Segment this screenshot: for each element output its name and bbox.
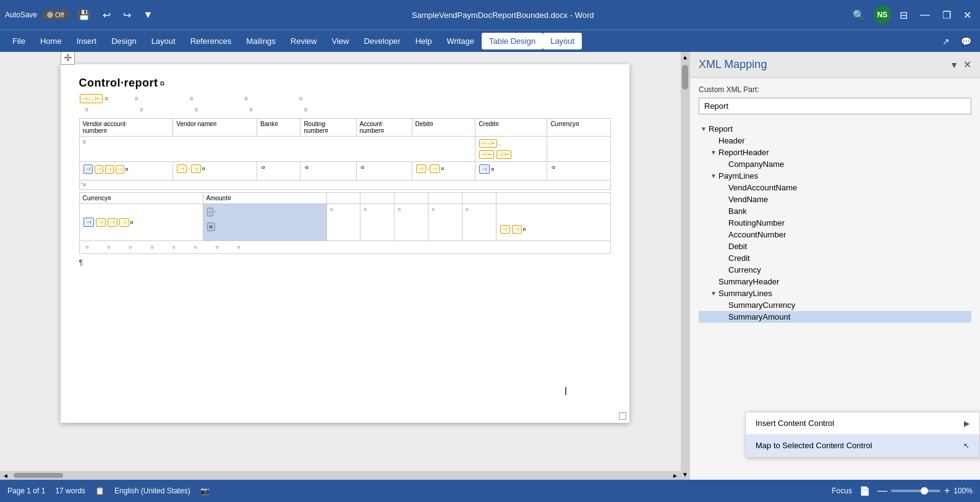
tree-expand-report[interactable]: ▼ xyxy=(699,126,709,132)
tree-node-header[interactable]: Header xyxy=(699,135,971,147)
move-handle[interactable]: ✛ xyxy=(61,52,75,65)
cc-credit-3[interactable]: ⊣⊢ xyxy=(496,150,511,159)
redo-button[interactable]: ↪ xyxy=(119,7,135,23)
tree-expand-paymlines[interactable]: ▼ xyxy=(709,172,718,179)
col-empty-3 xyxy=(326,193,360,204)
minimize-button[interactable]: — xyxy=(916,7,934,23)
status-track-changes-icon[interactable]: 📷 xyxy=(200,487,210,495)
cc-debit-2[interactable]: ⊣ xyxy=(430,164,440,173)
status-zoom-controls[interactable]: — + 100% xyxy=(877,485,973,496)
customize-qat-button[interactable]: ▼ xyxy=(140,7,157,23)
menu-item-help[interactable]: Help xyxy=(408,33,440,49)
menu-item-developer[interactable]: Developer xyxy=(356,33,407,49)
tree-node-bank[interactable]: Bank xyxy=(699,205,971,217)
tree-expand-summarylines[interactable]: ▼ xyxy=(709,290,718,297)
status-focus-button[interactable]: Focus xyxy=(832,487,852,495)
tree-node-companyname[interactable]: CompanyName xyxy=(699,158,971,170)
tree-node-accountnumber[interactable]: AccountNumber xyxy=(699,229,971,240)
cc-vend-1[interactable]: ⊣ xyxy=(83,164,93,174)
tree-node-summaryheader[interactable]: SummaryHeader xyxy=(699,276,971,287)
xml-panel-pin-button[interactable]: ▼ xyxy=(950,60,958,70)
scroll-left-arrow[interactable]: ◄ xyxy=(0,471,11,480)
menu-item-layout-table[interactable]: Layout xyxy=(543,33,582,49)
scrollbar-horizontal[interactable]: ◄ ► xyxy=(0,471,681,480)
share-button[interactable]: ↗ xyxy=(939,34,953,49)
cc-vname-2[interactable]: ⊣ xyxy=(191,164,201,173)
tree-node-debit[interactable]: Debit xyxy=(699,240,971,252)
menu-item-table-design[interactable]: Table Design xyxy=(482,33,543,49)
zoom-thumb[interactable] xyxy=(921,487,928,495)
cc-vend-3[interactable]: ⊣ xyxy=(105,165,114,174)
ribbon-display-button[interactable]: ⊟ xyxy=(896,7,911,23)
search-button[interactable]: 🔍 xyxy=(849,7,869,23)
status-proofing-icon[interactable]: 📋 xyxy=(95,487,104,495)
xml-panel-close-button[interactable]: ✕ xyxy=(963,59,971,70)
scroll-hthumb[interactable] xyxy=(14,473,63,478)
xml-mapping-panel: XML Mapping ▼ ✕ Custom XML Part: Report … xyxy=(689,52,980,480)
zoom-slider[interactable] xyxy=(891,490,940,492)
summary-row-amount[interactable]: · . ¤ xyxy=(203,204,326,241)
menu-item-layout[interactable]: Layout xyxy=(144,33,183,49)
scroll-up-arrow[interactable]: ▲ xyxy=(680,52,689,62)
status-language[interactable]: English (United States) xyxy=(114,487,190,495)
status-page-info[interactable]: Page 1 of 1 xyxy=(7,487,45,495)
menu-item-file[interactable]: File xyxy=(5,33,33,49)
cc-amount-1[interactable]: · xyxy=(207,208,214,216)
comments-button[interactable]: 💬 xyxy=(957,34,975,49)
scroll-down-arrow[interactable]: ▼ xyxy=(680,469,689,480)
cc-debit-1[interactable]: ⊣ xyxy=(416,164,426,173)
cc-credit-blue[interactable]: ⊣ xyxy=(479,164,490,174)
cc-credit-2[interactable]: ⊣⊢ xyxy=(479,150,494,159)
menu-item-review[interactable]: Review xyxy=(283,33,325,49)
menu-item-view[interactable]: View xyxy=(324,33,356,49)
menu-item-insert[interactable]: Insert xyxy=(69,33,104,49)
cc-inline-1[interactable]: ⊣·.⊢ xyxy=(80,94,103,103)
autosave-toggle[interactable]: Off xyxy=(42,10,69,20)
tree-node-routingnumber[interactable]: RoutingNumber xyxy=(699,217,971,229)
cc-vend-4[interactable]: ⊣ xyxy=(116,165,124,174)
menu-item-mailings[interactable]: Mailings xyxy=(239,33,283,49)
tree-node-reportheader[interactable]: ▼ ReportHeader xyxy=(699,147,971,158)
status-word-count[interactable]: 17 words xyxy=(55,487,85,495)
cc-last-1[interactable]: ⊣ xyxy=(500,225,510,234)
cc-vname-1[interactable]: ⊣ xyxy=(177,164,187,173)
tree-node-paymlines[interactable]: ▼ PaymLines xyxy=(699,170,971,182)
scroll-right-arrow[interactable]: ► xyxy=(670,471,681,480)
cc-sumcurr-2[interactable]: ⊣ xyxy=(96,218,106,227)
tree-node-vendname[interactable]: VendName xyxy=(699,194,971,205)
status-view-icons[interactable]: 📄 xyxy=(859,486,870,496)
restore-button[interactable]: ❐ xyxy=(939,7,955,23)
context-insert-content-control[interactable]: Insert Content Control ▶ xyxy=(746,412,979,435)
tree-node-credit[interactable]: Credit xyxy=(699,252,971,264)
cc-vend-2[interactable]: ⊣ xyxy=(95,165,103,174)
close-button[interactable]: ✕ xyxy=(960,7,975,23)
undo-button[interactable]: ↩ xyxy=(99,7,114,23)
tree-expand-reportheader[interactable]: ▼ xyxy=(709,149,718,156)
cc-sumcurr-3[interactable]: ⊣ xyxy=(108,218,117,227)
tree-node-summarylines[interactable]: ▼ SummaryLines xyxy=(699,287,971,299)
avatar[interactable]: NS xyxy=(874,6,891,23)
tree-node-summarycurrency[interactable]: SummaryCurrency xyxy=(699,299,971,311)
custom-xml-dropdown[interactable]: Report xyxy=(699,98,971,114)
menu-item-home[interactable]: Home xyxy=(33,33,69,49)
scroll-thumb[interactable] xyxy=(682,65,688,90)
tree-node-report[interactable]: ▼ Report xyxy=(699,123,971,135)
menu-item-writage[interactable]: Writage xyxy=(439,33,482,49)
resize-handle[interactable] xyxy=(619,412,626,420)
cc-amount-2[interactable]: ¤ xyxy=(207,223,215,231)
tree-node-currency[interactable]: Currency xyxy=(699,264,971,276)
menu-item-design[interactable]: Design xyxy=(104,33,143,49)
save-button[interactable]: 💾 xyxy=(74,7,94,23)
cc-sumcurr-4[interactable]: ⊣ xyxy=(119,218,129,227)
tree-node-vendaccountname[interactable]: VendAccountName xyxy=(699,182,971,194)
scrollbar-vertical[interactable]: ▲ ▼ xyxy=(681,52,689,480)
cc-credit-1[interactable]: ⊣·⊢ xyxy=(479,139,497,148)
table-row-detail-2: ⊣ · ⊣ ¤ xyxy=(173,162,257,181)
menu-item-references[interactable]: References xyxy=(183,33,239,49)
cc-sumcurr-1[interactable]: ⊣ xyxy=(83,218,94,227)
doc-scroll[interactable]: ▲ ▼ ✛ Control·report ¤ ⊣·.⊢ ¤ xyxy=(0,52,689,480)
tree-node-summaryamount[interactable]: SummaryAmount xyxy=(699,311,971,323)
cc-last-2[interactable]: ⊣ xyxy=(512,225,522,234)
context-map-to-selected[interactable]: Map to Selected Content Control ↖ xyxy=(746,435,979,457)
xml-panel-header: XML Mapping ▼ ✕ xyxy=(690,52,980,78)
